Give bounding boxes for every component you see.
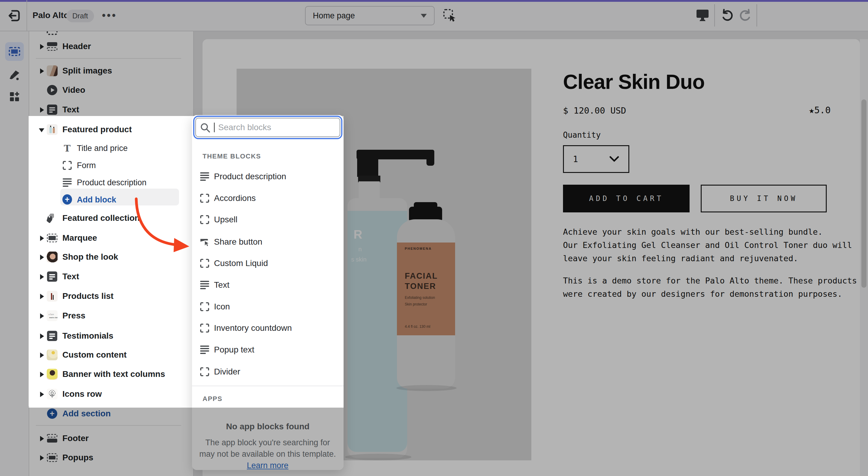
sidebar-item-label: Banner with text columns	[62, 364, 165, 384]
add-block-popup: THEME BLOCKS Product description Accordi…	[192, 115, 344, 470]
chevron-right-icon[interactable]	[40, 392, 44, 397]
chevron-right-icon[interactable]	[40, 372, 44, 377]
sidebar-item-products-list[interactable]: Products list	[29, 286, 194, 306]
popup-item-icon[interactable]: Icon	[192, 297, 344, 316]
block-brackets-icon	[200, 302, 210, 312]
dim-overlay	[344, 116, 868, 408]
text-cursor	[214, 123, 215, 132]
popup-item-label: Icon	[214, 297, 230, 316]
popup-divider	[192, 386, 344, 386]
popup-item-inventory-countdown[interactable]: Inventory countdown	[192, 318, 344, 338]
block-brackets-icon	[200, 193, 210, 203]
sidebar-item-label: Custom content	[62, 345, 127, 364]
dim-overlay	[0, 116, 29, 408]
popup-item-label: Accordions	[214, 189, 256, 208]
plus-circle-icon: +	[62, 195, 72, 204]
popup-dim-overlay	[192, 408, 344, 470]
popup-item-custom-liquid[interactable]: Custom Liquid	[192, 254, 344, 273]
block-brackets-icon	[200, 323, 210, 333]
popup-item-share-button[interactable]: Share button	[192, 232, 344, 252]
sidebar-item-label: Marquee	[62, 228, 97, 248]
text-lines-icon	[200, 280, 210, 290]
popup-item-label: Share button	[214, 232, 262, 252]
chevron-right-icon[interactable]	[40, 334, 44, 339]
theme-blocks-header: THEME BLOCKS	[203, 153, 261, 160]
sidebar-item-label: Featured collection	[62, 209, 140, 228]
sidebar-item-label: Text	[62, 267, 79, 286]
chevron-down-icon[interactable]	[39, 128, 44, 132]
apps-header: APPS	[203, 395, 222, 403]
block-brackets-icon	[200, 258, 210, 268]
popup-item-divider[interactable]: Divider	[192, 362, 344, 381]
popup-item-label: Product description	[214, 167, 286, 186]
marquee-section-icon	[47, 232, 58, 244]
add-block-label: Add block	[77, 190, 116, 210]
dim-overlay	[0, 408, 868, 476]
share-button-icon	[200, 237, 210, 247]
sidebar-item-text[interactable]: Text	[29, 267, 194, 286]
text-section-icon	[47, 271, 58, 282]
popup-item-upsell[interactable]: Upsell	[192, 210, 344, 229]
popup-item-product-description[interactable]: Product description	[192, 167, 344, 186]
popup-item-popup-text[interactable]: Popup text	[192, 340, 344, 359]
svg-text:a lure: a lure	[49, 313, 54, 316]
sidebar-item-label: Press	[62, 306, 85, 325]
popup-item-label: Popup text	[214, 340, 254, 359]
block-brackets-icon	[62, 161, 72, 170]
banner-thumbnail	[47, 369, 58, 380]
block-brackets-icon	[200, 367, 210, 377]
block-item-title-and-price[interactable]: T Title and price	[29, 138, 194, 158]
svg-text:marie clair: marie clair	[49, 317, 58, 318]
featured-product-thumbnail	[47, 124, 58, 135]
shop-the-look-thumbnail	[47, 252, 58, 262]
text-lines-icon	[200, 172, 210, 181]
block-item-label: Form	[77, 156, 96, 175]
chevron-right-icon[interactable]	[40, 235, 44, 241]
chevron-right-icon[interactable]	[40, 352, 44, 358]
text-lines-icon	[62, 178, 72, 187]
sidebar-item-featured-product[interactable]: Featured product	[29, 120, 194, 139]
search-icon	[200, 122, 211, 133]
chevron-right-icon[interactable]	[40, 274, 44, 280]
chevron-right-icon[interactable]	[40, 294, 44, 299]
featured-product-panel: Featured product T Title and price Form …	[29, 116, 194, 406]
sidebar-item-press[interactable]: a luremarie clair Press	[29, 306, 194, 325]
sidebar-item-label: Shop the look	[62, 247, 118, 266]
popup-item-label: Custom Liquid	[214, 254, 268, 273]
chevron-right-icon[interactable]	[40, 313, 44, 319]
collection-tag-icon	[47, 213, 58, 224]
icons-row-thumbnail	[47, 389, 58, 400]
sidebar-item-icons-row[interactable]: Icons row	[29, 384, 194, 404]
popup-item-label: Divider	[214, 362, 240, 381]
block-item-form[interactable]: Form	[29, 156, 194, 175]
popup-item-text[interactable]: Text	[192, 275, 344, 295]
dim-overlay	[0, 0, 868, 116]
sidebar-item-banner-with-text-columns[interactable]: Banner with text columns	[29, 364, 194, 384]
theme-editor-window: R n s skin PHENOMENA FACIAL TONER Exfoli…	[0, 0, 868, 476]
text-lines-icon	[200, 345, 210, 355]
popup-item-accordions[interactable]: Accordions	[192, 189, 344, 208]
sidebar-item-custom-content[interactable]: Custom content	[29, 345, 194, 364]
custom-content-thumbnail	[47, 349, 58, 360]
sidebar-item-label: Icons row	[62, 384, 102, 404]
sidebar-item-label: Testimonials	[62, 326, 113, 346]
press-logos-thumbnail: a luremarie clair	[47, 310, 58, 321]
chevron-right-icon[interactable]	[40, 255, 44, 260]
search-blocks-input[interactable]	[195, 118, 340, 137]
block-brackets-icon	[200, 215, 210, 224]
products-list-thumbnail	[47, 291, 58, 302]
annotation-arrow	[130, 193, 199, 256]
block-item-label: Title and price	[77, 138, 128, 158]
sidebar-item-testimonials[interactable]: Testimonials	[29, 326, 194, 346]
sidebar-item-label: Products list	[62, 286, 114, 306]
popup-item-label: Text	[214, 275, 229, 295]
popup-item-label: Upsell	[214, 210, 238, 229]
popup-item-label: Inventory countdown	[214, 318, 292, 338]
testimonials-section-icon	[47, 330, 58, 341]
title-block-icon: T	[62, 144, 72, 153]
sidebar-item-label: Featured product	[62, 120, 132, 139]
